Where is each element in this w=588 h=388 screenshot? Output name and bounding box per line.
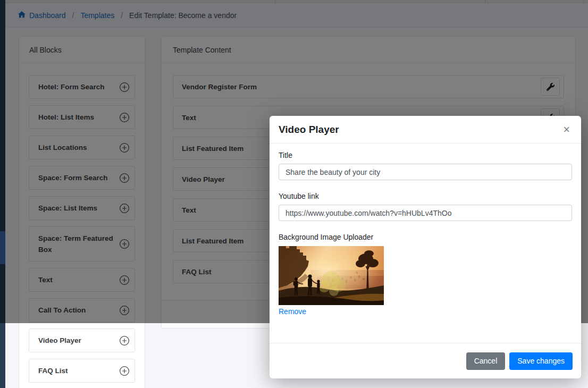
modal-header: Video Player × [270,116,581,144]
remove-image-link[interactable]: Remove [279,307,306,316]
modal-footer: Cancel Save changes [270,343,581,378]
cancel-button[interactable]: Cancel [466,352,506,370]
block-item[interactable]: Video Player [29,328,135,352]
background-image-thumbnail[interactable] [279,246,384,305]
title-input[interactable] [279,164,572,180]
page: Dashboard / Templates / Edit Template: B… [0,0,588,388]
plus-circle-icon[interactable] [119,366,130,376]
title-label: Title [279,151,572,159]
close-icon[interactable]: × [561,123,572,137]
save-changes-button[interactable]: Save changes [509,352,573,370]
modal-body: Title Youtube link Background Image Uplo… [270,144,581,343]
block-item-label: FAQ List [38,365,119,376]
background-image-uploader-label: Background Image Uploader [279,233,572,241]
plus-circle-icon[interactable] [119,335,130,346]
block-item[interactable]: FAQ List [29,359,135,383]
block-item-label: Video Player [38,335,119,346]
sunset-city-image [279,246,384,305]
youtube-link-input[interactable] [279,205,572,221]
youtube-link-label: Youtube link [279,192,572,200]
modal-title: Video Player [279,124,339,136]
video-player-modal: Video Player × Title Youtube link Backgr… [270,116,581,378]
